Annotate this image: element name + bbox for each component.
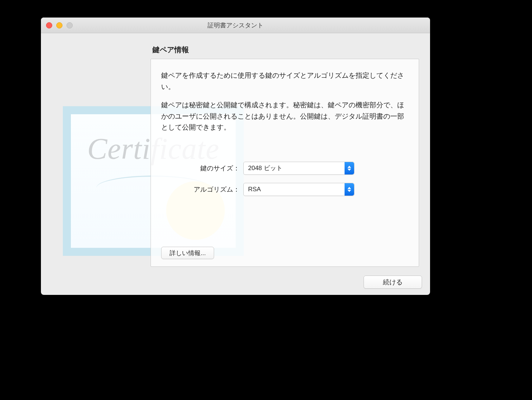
window-controls — [46, 22, 73, 28]
algorithm-label: アルゴリズム： — [161, 185, 243, 194]
close-icon[interactable] — [46, 22, 52, 28]
algorithm-select[interactable]: RSA — [243, 183, 354, 196]
form-area: 鍵のサイズ： 2048 ビット アルゴリズム： RSA — [161, 162, 409, 196]
window-body: Certificate 鍵ペア情報 鍵ペアを作成するために使用する鍵のサイズとア… — [41, 33, 430, 295]
svg-marker-2 — [347, 187, 351, 189]
key-size-value: 2048 ビット — [248, 164, 282, 172]
updown-icon[interactable] — [345, 183, 354, 196]
key-size-label: 鍵のサイズ： — [161, 164, 243, 173]
description-1: 鍵ペアを作成するために使用する鍵のサイズとアルゴリズムを指定してください。 — [161, 70, 409, 92]
more-info-button[interactable]: 詳しい情報... — [161, 247, 214, 259]
zoom-icon — [66, 22, 73, 28]
window-title: 証明書アシスタント — [41, 21, 430, 30]
row-key-size: 鍵のサイズ： 2048 ビット — [161, 162, 409, 175]
minimize-icon[interactable] — [56, 22, 62, 28]
updown-icon[interactable] — [345, 162, 354, 174]
svg-marker-3 — [347, 190, 351, 192]
svg-marker-0 — [347, 166, 351, 168]
titlebar[interactable]: 証明書アシスタント — [41, 18, 430, 33]
svg-marker-1 — [347, 169, 351, 171]
continue-button[interactable]: 続ける — [364, 276, 422, 289]
algorithm-value: RSA — [248, 186, 261, 193]
description-2: 鍵ペアは秘密鍵と公開鍵で構成されます。秘密鍵は、鍵ペアの機密部分で、ほかのユーザ… — [161, 100, 409, 133]
row-algorithm: アルゴリズム： RSA — [161, 183, 409, 196]
page-heading: 鍵ペア情報 — [152, 45, 189, 55]
certificate-assistant-window: 証明書アシスタント Certificate 鍵ペア情報 鍵ペアを作成するために使… — [41, 18, 430, 295]
key-size-select[interactable]: 2048 ビット — [243, 162, 354, 175]
content-panel: 鍵ペアを作成するために使用する鍵のサイズとアルゴリズムを指定してください。 鍵ペ… — [151, 59, 419, 267]
